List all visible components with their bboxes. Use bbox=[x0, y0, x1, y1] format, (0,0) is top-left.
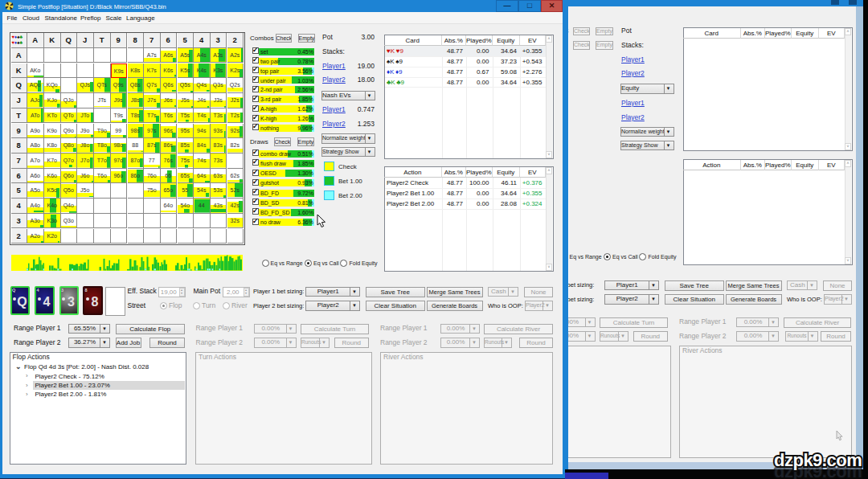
svg-text:dzpk9.com: dzpk9.com bbox=[774, 450, 862, 470]
